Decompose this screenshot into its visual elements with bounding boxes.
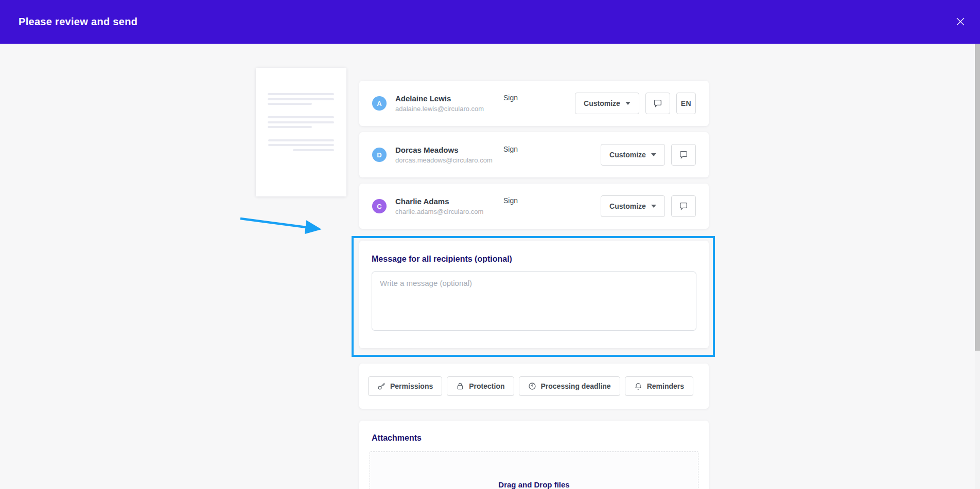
recipient-row: C Charlie Adams charlie.adams@circularo.…: [359, 184, 709, 229]
message-section-title: Message for all recipients (optional): [372, 255, 696, 264]
message-section: Message for all recipients (optional): [359, 241, 709, 348]
recipient-role: Sign: [503, 145, 570, 153]
close-icon[interactable]: [952, 13, 969, 30]
processing-deadline-button[interactable]: Processing deadline: [519, 376, 620, 396]
chevron-down-icon: [651, 153, 656, 156]
chevron-down-icon: [651, 205, 656, 208]
recipient-name: Charlie Adams: [395, 196, 503, 206]
recipient-email: charlie.adams@circularo.com: [395, 207, 503, 216]
clock-icon: [528, 382, 536, 390]
recipient-row: A Adelaine Lewis adalaine.lewis@circular…: [359, 81, 709, 126]
customize-button[interactable]: Customize: [601, 144, 665, 166]
annotation-arrow: [237, 213, 337, 239]
avatar: D: [372, 148, 387, 162]
recipient-name: Dorcas Meadows: [395, 145, 503, 155]
recipient-role: Sign: [503, 196, 570, 205]
permissions-button[interactable]: Permissions: [368, 376, 442, 396]
recipient-role: Sign: [503, 94, 570, 102]
protection-button[interactable]: Protection: [447, 376, 514, 396]
scrollbar-thumb[interactable]: [975, 44, 980, 351]
recipient-name: Adelaine Lewis: [395, 94, 503, 103]
comment-button[interactable]: [671, 144, 696, 166]
language-button[interactable]: EN: [676, 93, 696, 114]
speech-bubble-icon: [679, 202, 688, 211]
reminders-button[interactable]: Reminders: [625, 376, 693, 396]
avatar: C: [372, 199, 387, 213]
dialog-title: Please review and send: [19, 16, 137, 28]
scrollbar-track[interactable]: [975, 44, 980, 489]
dropzone-label: Drag and Drop files: [498, 480, 569, 489]
document-preview-thumbnail[interactable]: [256, 68, 346, 196]
comment-button[interactable]: [645, 93, 670, 114]
avatar: A: [372, 96, 387, 111]
message-input[interactable]: [372, 271, 696, 331]
recipient-email: dorcas.meadows@circularo.com: [395, 156, 503, 165]
speech-bubble-icon: [653, 99, 662, 108]
customize-button[interactable]: Customize: [575, 93, 639, 114]
attachments-title: Attachments: [372, 433, 696, 443]
comment-button[interactable]: [671, 195, 696, 217]
customize-button[interactable]: Customize: [601, 195, 665, 217]
speech-bubble-icon: [679, 150, 688, 159]
bell-icon: [634, 382, 642, 390]
file-dropzone[interactable]: Drag and Drop files: [370, 451, 698, 489]
chevron-down-icon: [625, 102, 631, 105]
attachments-section: Attachments Drag and Drop files: [359, 421, 709, 489]
dialog-header: Please review and send: [0, 0, 980, 44]
lock-icon: [456, 382, 464, 390]
document-options-card: Permissions Protection Processing deadli…: [359, 364, 709, 409]
key-icon: [377, 382, 386, 390]
recipient-email: adalaine.lewis@circularo.com: [395, 104, 503, 114]
recipient-row: D Dorcas Meadows dorcas.meadows@circular…: [359, 132, 709, 177]
